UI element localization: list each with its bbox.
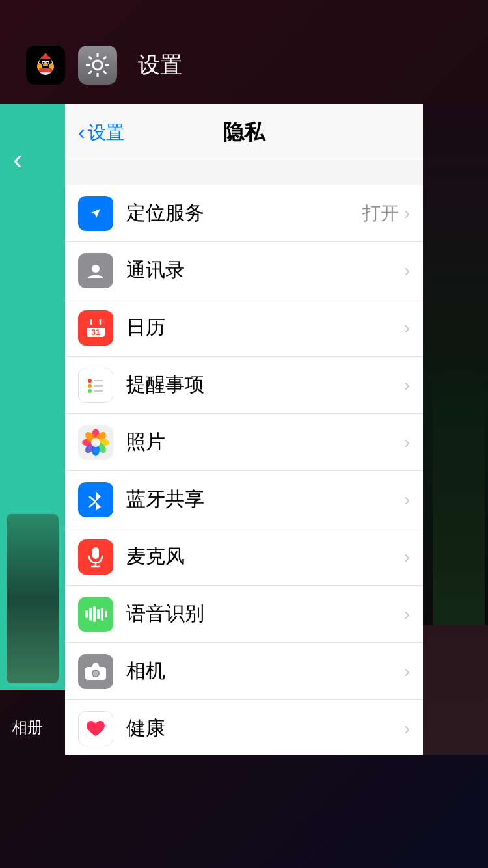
back-button[interactable]: ‹ 设置 xyxy=(78,120,124,145)
health-icon xyxy=(78,711,113,746)
contacts-label: 通讯录 xyxy=(126,257,404,284)
svg-point-35 xyxy=(88,389,92,393)
svg-rect-25 xyxy=(102,269,104,270)
left-back-button[interactable]: ‹ xyxy=(13,143,23,176)
location-chevron: › xyxy=(404,203,410,224)
settings-panel: ‹ 设置 隐私 定位服务 打开 › xyxy=(65,104,423,755)
svg-line-21 xyxy=(103,57,106,59)
speech-label: 语音识别 xyxy=(126,601,404,627)
back-button-label: 设置 xyxy=(88,120,124,145)
svg-point-8 xyxy=(43,64,48,66)
app-switcher-bar: 设置 xyxy=(0,39,488,91)
calendar-icon: 31 xyxy=(78,310,113,346)
section-divider xyxy=(65,161,423,185)
svg-rect-11 xyxy=(39,68,52,72)
svg-point-34 xyxy=(88,384,92,388)
settings-app-icon[interactable] xyxy=(78,46,117,85)
location-icon xyxy=(78,196,113,231)
svg-rect-12 xyxy=(41,57,50,59)
svg-rect-59 xyxy=(105,611,107,617)
svg-rect-54 xyxy=(85,610,88,618)
settings-row-location[interactable]: 定位服务 打开 › xyxy=(65,185,423,242)
microphone-icon xyxy=(78,539,113,575)
settings-row-contacts[interactable]: 通讯录 › xyxy=(65,242,423,299)
microphone-chevron: › xyxy=(404,547,410,567)
svg-rect-26 xyxy=(102,272,104,273)
svg-point-7 xyxy=(47,62,49,64)
photos-chevron: › xyxy=(404,432,410,453)
svg-line-22 xyxy=(89,71,92,74)
health-label: 健康 xyxy=(126,715,404,742)
settings-row-calendar[interactable]: 31 日历 › xyxy=(65,299,423,357)
bluetooth-label: 蓝牙共享 xyxy=(126,486,404,513)
svg-point-48 xyxy=(91,438,100,447)
svg-point-33 xyxy=(88,379,92,383)
location-value: 打开 xyxy=(362,201,399,226)
reminders-icon xyxy=(78,368,113,403)
reminders-label: 提醒事项 xyxy=(126,372,404,398)
svg-point-63 xyxy=(100,668,103,671)
speech-icon xyxy=(78,597,113,632)
right-bg-image xyxy=(416,104,488,625)
calendar-label: 日历 xyxy=(126,314,404,341)
camera-label: 相机 xyxy=(126,658,404,685)
settings-row-speech[interactable]: 语音识别 › xyxy=(65,586,423,643)
svg-line-19 xyxy=(89,57,92,59)
settings-row-microphone[interactable]: 麦克风 › xyxy=(65,528,423,586)
settings-row-bluetooth[interactable]: 蓝牙共享 › xyxy=(65,471,423,528)
svg-rect-57 xyxy=(97,609,100,619)
settings-list: 定位服务 打开 › 通讯录 › xyxy=(65,161,423,755)
microphone-label: 麦克风 xyxy=(126,543,404,570)
app-title: 设置 xyxy=(138,50,182,80)
qq-app-icon[interactable] xyxy=(26,46,65,85)
reminders-chevron: › xyxy=(404,375,410,396)
contacts-chevron: › xyxy=(404,260,410,281)
svg-rect-24 xyxy=(102,265,104,267)
photos-icon xyxy=(78,425,113,460)
svg-point-14 xyxy=(93,61,102,70)
svg-point-6 xyxy=(43,62,45,64)
nav-header: ‹ 设置 隐私 xyxy=(65,104,423,161)
health-chevron: › xyxy=(404,718,410,739)
svg-rect-56 xyxy=(93,606,96,622)
speech-chevron: › xyxy=(404,604,410,625)
svg-rect-51 xyxy=(92,547,99,559)
album-label: 相册 xyxy=(12,717,43,738)
settings-row-photos[interactable]: 照片 › xyxy=(65,414,423,471)
svg-point-62 xyxy=(93,671,98,676)
svg-line-50 xyxy=(89,502,96,507)
svg-line-20 xyxy=(103,71,106,74)
camera-chevron: › xyxy=(404,661,410,682)
location-label: 定位服务 xyxy=(126,200,362,226)
settings-row-health[interactable]: 健康 › xyxy=(65,700,423,755)
album-thumbnail xyxy=(7,514,59,683)
svg-rect-55 xyxy=(89,608,92,621)
photos-label: 照片 xyxy=(126,429,404,455)
back-chevron-icon: ‹ xyxy=(78,120,85,144)
svg-text:31: 31 xyxy=(91,328,100,337)
bluetooth-icon xyxy=(78,482,113,517)
settings-row-reminders[interactable]: 提醒事项 › xyxy=(65,357,423,414)
svg-line-49 xyxy=(89,496,96,502)
bluetooth-chevron: › xyxy=(404,489,410,510)
svg-rect-58 xyxy=(101,608,103,621)
svg-point-23 xyxy=(92,265,100,273)
camera-icon xyxy=(78,654,113,689)
page-title: 隐私 xyxy=(223,118,265,147)
calendar-chevron: › xyxy=(404,318,410,338)
contacts-icon xyxy=(78,253,113,288)
settings-row-camera[interactable]: 相机 › xyxy=(65,643,423,700)
